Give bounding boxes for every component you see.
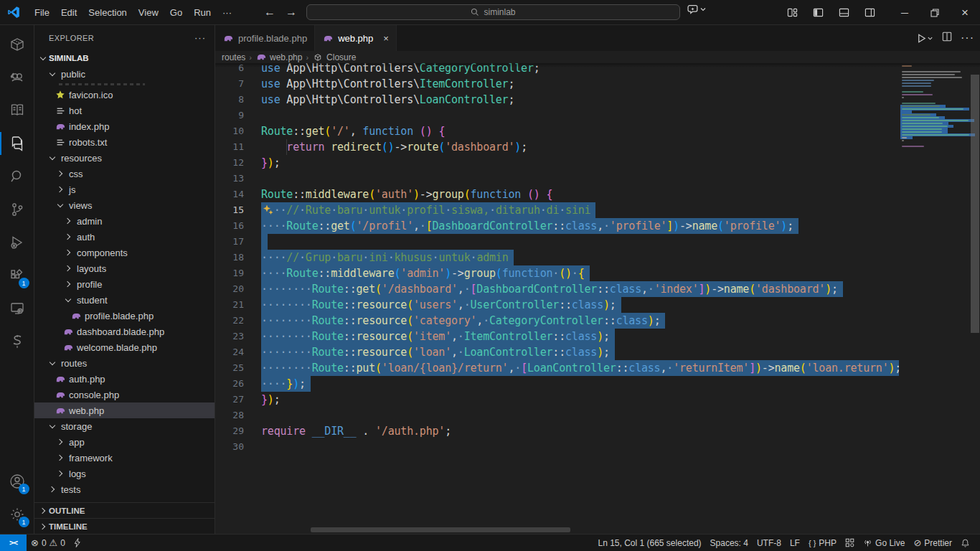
activity-search-icon[interactable] bbox=[0, 160, 34, 193]
code-text bbox=[251, 171, 261, 187]
folder-public[interactable]: public bbox=[34, 66, 215, 82]
folder-app[interactable]: app bbox=[34, 434, 215, 450]
file-favicon-ico[interactable]: favicon.ico bbox=[34, 87, 215, 103]
language-mode[interactable]: { } PHP bbox=[804, 534, 841, 551]
menu-view[interactable]: View bbox=[133, 4, 164, 21]
code-text bbox=[251, 234, 268, 250]
file-index-php[interactable]: index.php bbox=[34, 118, 215, 134]
file-profile-blade-php[interactable]: profile.blade.php bbox=[34, 308, 215, 324]
copilot-icon bbox=[687, 3, 699, 15]
folder-storage[interactable]: storage bbox=[34, 418, 215, 434]
file-auth-php[interactable]: auth.php bbox=[34, 371, 215, 387]
file-hot[interactable]: hot bbox=[34, 103, 215, 118]
menu-run[interactable]: Run bbox=[188, 4, 217, 21]
folder-resources[interactable]: resources bbox=[34, 150, 215, 166]
account-button[interactable]: 1 bbox=[0, 465, 34, 498]
folder-routes[interactable]: routes bbox=[34, 355, 215, 371]
minimap-line bbox=[902, 146, 924, 147]
eol-sequence[interactable]: LF bbox=[786, 534, 804, 551]
remote-indicator[interactable]: >< bbox=[0, 534, 27, 551]
ports-button[interactable] bbox=[841, 534, 859, 551]
command-center[interactable]: siminlab bbox=[306, 4, 680, 20]
toggle-panel-icon[interactable] bbox=[834, 4, 854, 22]
folder-student[interactable]: student bbox=[34, 292, 215, 308]
command-center-label: siminlab bbox=[484, 7, 515, 17]
menu-file[interactable]: File bbox=[29, 4, 55, 21]
explorer-more-button[interactable]: ··· bbox=[194, 32, 206, 43]
menu-edit[interactable]: Edit bbox=[55, 4, 83, 21]
file-console-php[interactable]: console.php bbox=[34, 387, 215, 402]
folder-profile[interactable]: profile bbox=[34, 276, 215, 292]
breadcrumb-label: routes bbox=[222, 52, 245, 62]
selection-highlight: ········Route::resource('item',·ItemCont… bbox=[261, 329, 615, 344]
menu-selection[interactable]: Selection bbox=[83, 4, 132, 21]
toggle-secondary-sidebar-icon[interactable] bbox=[859, 4, 880, 22]
menu-go[interactable]: Go bbox=[164, 4, 188, 21]
close-icon[interactable]: × bbox=[383, 33, 389, 44]
code-text: use App\Http\Controllers\CategoryControl… bbox=[251, 63, 540, 76]
file-dashboard-blade-php[interactable]: dashboard.blade.php bbox=[34, 324, 215, 339]
activity-source-control-icon[interactable] bbox=[0, 193, 34, 226]
file-robots-txt[interactable]: robots.txt bbox=[34, 134, 215, 150]
activity-container-icon[interactable] bbox=[0, 28, 34, 61]
code-text: require __DIR__ . '/auth.php'; bbox=[251, 423, 451, 439]
problems-indicator[interactable]: ⊗ 0 ⚠ 0 bbox=[27, 534, 70, 551]
breadcrumb-web-php[interactable]: web.php bbox=[255, 52, 302, 63]
menu-moremoremore[interactable]: ··· bbox=[217, 4, 237, 21]
customize-layout-icon[interactable] bbox=[782, 4, 802, 22]
folder-tests[interactable]: tests bbox=[34, 481, 215, 497]
lightning-button[interactable] bbox=[70, 534, 85, 551]
run-button[interactable] bbox=[916, 33, 933, 44]
tab-web-php[interactable]: web.php× bbox=[315, 25, 397, 51]
activity-s-extension-icon[interactable] bbox=[0, 325, 34, 358]
folder-components[interactable]: components bbox=[34, 245, 215, 260]
tab-profile-blade-php[interactable]: profile.blade.php bbox=[215, 25, 315, 51]
editor-more-button[interactable]: ··· bbox=[961, 32, 974, 44]
indentation[interactable]: Spaces: 4 bbox=[706, 534, 753, 551]
file-web-php[interactable]: web.php bbox=[34, 402, 215, 418]
activity-remote-explorer-icon[interactable] bbox=[0, 292, 34, 325]
folder-views[interactable]: views bbox=[34, 197, 215, 213]
prettier-button[interactable]: ⊘ Prettier bbox=[909, 534, 956, 551]
line-number: 26 bbox=[215, 376, 251, 392]
folder-framework[interactable]: framework bbox=[34, 450, 215, 466]
close-button[interactable]: × bbox=[950, 0, 980, 25]
breadcrumb-closure[interactable]: Closure bbox=[312, 52, 356, 63]
restore-button[interactable] bbox=[920, 0, 950, 25]
activity-explorer-icon[interactable] bbox=[0, 127, 34, 160]
folder-js[interactable]: js bbox=[34, 182, 215, 197]
code-text: }); bbox=[251, 392, 281, 408]
folder-auth[interactable]: auth bbox=[34, 229, 215, 245]
minimize-button[interactable]: ─ bbox=[890, 0, 920, 25]
go-live-button[interactable]: Go Live bbox=[859, 534, 909, 551]
vertical-scrollbar[interactable] bbox=[970, 63, 980, 534]
folder-admin[interactable]: admin bbox=[34, 213, 215, 229]
minimap[interactable] bbox=[899, 63, 970, 534]
folder-css[interactable]: css bbox=[34, 166, 215, 182]
activity-book-icon[interactable] bbox=[0, 94, 34, 127]
activity-extensions-icon[interactable]: 1 bbox=[0, 259, 34, 292]
activity-debug-icon[interactable] bbox=[0, 226, 34, 259]
horizontal-scrollbar[interactable] bbox=[311, 527, 570, 532]
notifications-button[interactable] bbox=[956, 534, 974, 551]
encoding[interactable]: UTF-8 bbox=[753, 534, 786, 551]
activity-faces-icon[interactable] bbox=[0, 61, 34, 94]
workspace-root[interactable]: SIMINLAB bbox=[34, 50, 215, 66]
forward-arrow-icon[interactable]: → bbox=[286, 6, 297, 19]
file-welcome-blade-php[interactable]: welcome.blade.php bbox=[34, 339, 215, 355]
split-editor-button[interactable] bbox=[942, 32, 952, 44]
toggle-sidebar-icon[interactable] bbox=[808, 4, 828, 22]
folder-logs[interactable]: logs bbox=[34, 466, 215, 481]
code-editor[interactable]: 6use App\Http\Controllers\CategoryContro… bbox=[215, 63, 980, 534]
settings-gear-button[interactable]: 1 bbox=[0, 498, 34, 531]
chevron-right-icon bbox=[62, 215, 74, 227]
back-arrow-icon[interactable]: ← bbox=[264, 6, 275, 19]
cursor-position[interactable]: Ln 15, Col 1 (665 selected) bbox=[593, 534, 705, 551]
outline-section[interactable]: OUTLINE bbox=[34, 502, 215, 518]
breadcrumb-routes[interactable]: routes bbox=[222, 52, 245, 62]
copilot-button[interactable] bbox=[687, 3, 707, 15]
titlebar-right: ─ × bbox=[782, 0, 980, 25]
folder-layouts[interactable]: layouts bbox=[34, 260, 215, 276]
tree-item-label: profile.blade.php bbox=[85, 311, 154, 321]
timeline-section[interactable]: TIMELINE bbox=[34, 518, 215, 534]
